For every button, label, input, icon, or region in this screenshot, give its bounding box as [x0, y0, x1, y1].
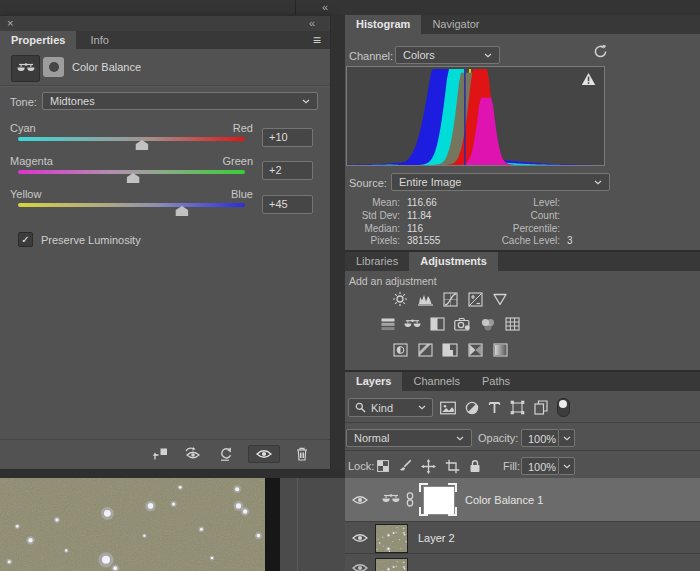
document-image-starfield[interactable] — [0, 478, 265, 571]
lock-position-move-icon[interactable] — [421, 459, 436, 474]
collapse-dock-icon[interactable]: « — [322, 1, 328, 14]
layer-filter-toggle[interactable] — [557, 398, 570, 417]
channel-mixer-icon[interactable] — [479, 316, 496, 332]
color-lookup-icon[interactable] — [504, 316, 521, 332]
magenta-green-gradient-track[interactable] — [18, 170, 245, 174]
layer-visibility-eye-icon[interactable] — [352, 495, 368, 505]
lock-transparent-pixels-icon[interactable] — [377, 460, 389, 472]
hue-saturation-icon[interactable] — [379, 316, 396, 332]
color-balance-scale-icon — [17, 62, 35, 75]
lock-label: Lock: — [348, 460, 374, 472]
tone-dropdown[interactable]: Midtones — [42, 92, 318, 110]
label-green: Green — [222, 155, 253, 167]
opacity-field[interactable]: 100% — [521, 429, 559, 447]
yellow-blue-slider-thumb[interactable] — [175, 206, 188, 216]
layer-row-layer-2[interactable]: Layer 2 — [345, 521, 700, 554]
layer-mask-chip[interactable] — [43, 57, 64, 77]
lock-image-pixels-brush-icon[interactable] — [398, 459, 412, 473]
color-balance-icon[interactable] — [404, 316, 421, 332]
collapse-panel-icon[interactable]: « — [309, 17, 315, 30]
layers-tabbar: Layers Channels Paths — [345, 372, 700, 391]
fill-field[interactable]: 100% — [521, 457, 559, 475]
black-white-icon[interactable] — [429, 316, 446, 332]
panel-drag-header[interactable]: × « — [0, 16, 330, 31]
yellow-blue-gradient-track[interactable] — [18, 203, 245, 207]
photo-filter-icon[interactable] — [454, 316, 471, 332]
cyan-red-gradient-track[interactable] — [18, 137, 245, 141]
color-balance-layer-icon[interactable] — [382, 493, 400, 506]
posterize-icon[interactable] — [417, 342, 434, 358]
layer-thumbnail[interactable] — [375, 524, 408, 553]
fill-dropdown-button[interactable] — [559, 457, 575, 475]
chevron-down-icon — [563, 464, 571, 469]
tab-navigator[interactable]: Navigator — [421, 15, 490, 34]
magenta-green-value-field[interactable]: +2 — [262, 161, 313, 180]
brightness-contrast-icon[interactable] — [392, 291, 409, 307]
filter-pixel-layers-icon[interactable] — [440, 401, 456, 415]
canvas-background — [0, 470, 345, 478]
curves-icon[interactable] — [442, 291, 459, 307]
layers-panel: Kind Normal Opacity: — [345, 391, 700, 571]
layer-visibility-eye-icon[interactable] — [352, 533, 368, 543]
layer-name[interactable]: Color Balance 1 — [465, 494, 543, 506]
filter-shape-layers-icon[interactable] — [510, 400, 525, 415]
histogram-stats-left: Mean:116.66 Std Dev:11.84 Median:116 Pix… — [345, 197, 440, 248]
source-label: Source: — [349, 177, 387, 189]
color-balance-adjustment-button[interactable] — [11, 55, 40, 82]
refresh-histogram-icon[interactable] — [593, 44, 608, 59]
magenta-green-slider-thumb[interactable] — [127, 173, 140, 183]
gradient-map-icon[interactable] — [467, 342, 484, 358]
layer-mask-thumbnail[interactable] — [419, 483, 457, 516]
layer-row-partial[interactable] — [345, 553, 700, 571]
add-adjustment-label: Add an adjustment — [349, 275, 437, 287]
invert-icon[interactable] — [392, 342, 409, 358]
layer-thumbnail[interactable] — [375, 558, 408, 571]
blend-mode-dropdown[interactable]: Normal — [346, 429, 472, 447]
vibrance-icon[interactable] — [492, 291, 509, 307]
threshold-icon[interactable] — [442, 342, 459, 358]
toggle-visibility-eye-icon[interactable] — [248, 445, 280, 463]
panel-menu-icon[interactable]: ≡ — [313, 31, 321, 49]
levels-icon[interactable] — [417, 291, 434, 307]
tone-label: Tone: — [10, 96, 37, 108]
channel-dropdown[interactable]: Colors — [395, 46, 500, 64]
lock-artboard-icon[interactable] — [445, 459, 460, 474]
cyan-red-slider-thumb[interactable] — [135, 140, 148, 150]
tab-info[interactable]: Info — [79, 31, 119, 49]
source-dropdown[interactable]: Entire Image — [391, 173, 610, 191]
adjustment-icons-row-2 — [345, 316, 555, 332]
tab-paths[interactable]: Paths — [471, 372, 521, 391]
yellow-blue-value-field[interactable]: +45 — [262, 195, 313, 214]
lock-all-padlock-icon[interactable] — [469, 459, 481, 473]
cyan-red-value-field[interactable]: +10 — [262, 128, 313, 147]
selective-color-icon[interactable] — [492, 342, 509, 358]
tab-layers[interactable]: Layers — [345, 372, 402, 391]
delete-adjustment-trash-icon[interactable] — [296, 447, 308, 461]
mask-link-chain-icon[interactable] — [406, 492, 414, 507]
cached-data-warning-icon[interactable] — [581, 72, 596, 86]
exposure-icon[interactable] — [467, 291, 484, 307]
filter-smart-objects-icon[interactable] — [534, 400, 548, 415]
tab-properties[interactable]: Properties — [0, 31, 76, 49]
adjustments-tabbar: Libraries Adjustments — [345, 252, 700, 271]
view-previous-state-eye-icon[interactable] — [184, 447, 202, 460]
clip-to-layer-icon[interactable] — [153, 447, 168, 461]
histogram-plot[interactable] — [346, 66, 605, 166]
tab-adjustments[interactable]: Adjustments — [409, 252, 498, 271]
reset-adjustment-icon[interactable] — [218, 447, 232, 461]
opacity-dropdown-button[interactable] — [559, 429, 575, 447]
layer-visibility-eye-icon[interactable] — [352, 563, 368, 571]
magenta-green-slider[interactable] — [18, 170, 245, 184]
tab-libraries[interactable]: Libraries — [345, 252, 409, 271]
tab-channels[interactable]: Channels — [402, 372, 470, 391]
tab-histogram[interactable]: Histogram — [345, 15, 421, 34]
layer-name[interactable]: Layer 2 — [418, 532, 455, 544]
preserve-luminosity-checkbox[interactable]: ✓ — [18, 232, 33, 247]
close-icon[interactable]: × — [7, 16, 13, 30]
layer-row-color-balance[interactable]: Color Balance 1 — [345, 478, 700, 521]
cyan-red-slider[interactable] — [18, 137, 245, 151]
filter-adjustment-layers-icon[interactable] — [465, 401, 479, 415]
yellow-blue-slider[interactable] — [18, 203, 245, 217]
filter-type-layers-icon[interactable] — [488, 401, 501, 414]
layer-filter-kind-dropdown[interactable]: Kind — [348, 398, 433, 417]
